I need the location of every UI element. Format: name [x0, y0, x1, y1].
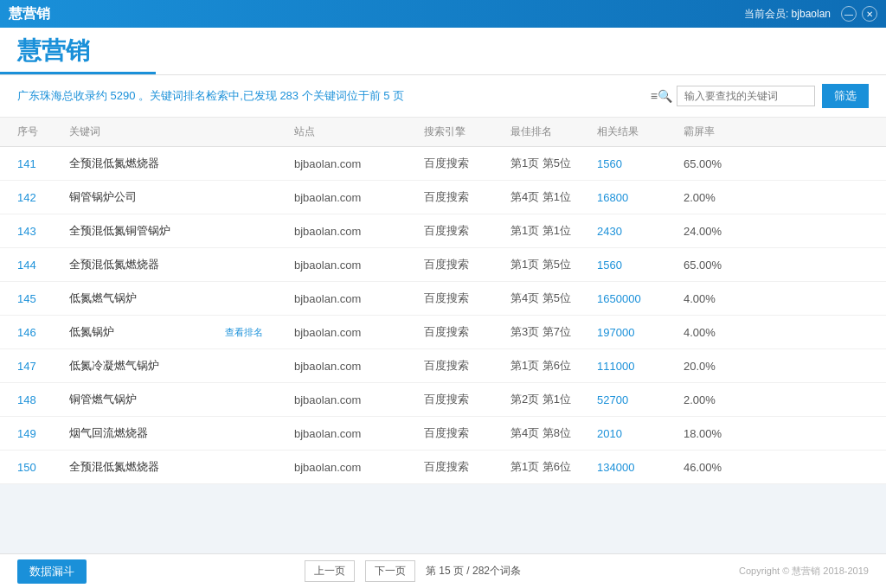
- header-site: 站点: [294, 125, 424, 139]
- header-engine: 搜索引擎: [424, 125, 510, 139]
- cell-dominate: 2.00%: [684, 393, 869, 406]
- cell-dominate: 65.00%: [684, 259, 869, 272]
- cell-related: 1650000: [597, 292, 684, 305]
- cell-site: bjbaolan.com: [294, 326, 424, 339]
- cell-engine: 百度搜索: [424, 392, 510, 407]
- cell-best-rank: 第4页 第8位: [510, 425, 597, 441]
- cell-index: 147: [17, 360, 69, 373]
- pagination: 上一页 下一页 第 15 页 / 282个词条: [305, 560, 521, 582]
- cell-keyword: 全预混低氮燃烧器: [69, 156, 225, 171]
- next-page-button[interactable]: 下一页: [365, 560, 415, 582]
- cell-dominate: 20.0%: [684, 360, 869, 373]
- cell-related: 2430: [597, 225, 684, 238]
- cell-best-rank: 第1页 第5位: [510, 257, 597, 272]
- table-row: 145 低氮燃气锅炉 bjbaolan.com 百度搜索 第4页 第5位 165…: [0, 282, 886, 316]
- page-info: 第 15 页 / 282个词条: [426, 564, 521, 578]
- cell-site: bjbaolan.com: [294, 360, 424, 373]
- titlebar: 慧营销 当前会员: bjbaolan — ✕: [0, 0, 886, 28]
- cell-engine: 百度搜索: [424, 223, 510, 239]
- search-icon: ≡🔍: [651, 89, 672, 103]
- cell-best-rank: 第3页 第7位: [510, 324, 597, 340]
- search-icon-box: ≡🔍: [651, 86, 815, 106]
- cell-dominate: 46.00%: [684, 461, 869, 474]
- user-label: 当前会员: bjbaolan: [744, 7, 831, 22]
- cell-keyword: 低氮冷凝燃气锅炉: [69, 358, 225, 374]
- cell-site: bjbaolan.com: [294, 191, 424, 204]
- summary-highlight: 283 个关键词位于前 5 页: [279, 89, 404, 102]
- header-related: 相关结果: [597, 125, 684, 139]
- cell-site: bjbaolan.com: [294, 427, 424, 440]
- cell-best-rank: 第1页 第6位: [510, 459, 597, 475]
- summary-prefix: 广东珠海总收录约 5290 。关键词排名检索中,已发现: [17, 89, 279, 102]
- cell-index: 142: [17, 191, 69, 204]
- app-logo-title: 慧营销: [9, 5, 50, 23]
- cell-dominate: 65.00%: [684, 157, 869, 170]
- header-keyword: 关键词: [69, 125, 225, 139]
- cell-index: 146: [17, 326, 69, 339]
- table-row: 146 低氮锅炉 查看排名 bjbaolan.com 百度搜索 第3页 第7位 …: [0, 316, 886, 349]
- cell-engine: 百度搜索: [424, 324, 510, 340]
- table-row: 150 全预混低氮燃烧器 bjbaolan.com 百度搜索 第1页 第6位 1…: [0, 451, 886, 484]
- cell-engine: 百度搜索: [424, 459, 510, 475]
- cell-keyword: 全预混低氮燃烧器: [69, 459, 225, 475]
- cell-dominate: 2.00%: [684, 191, 869, 204]
- cell-keyword: 铜管燃气锅炉: [69, 392, 225, 407]
- cell-related: 16800: [597, 191, 684, 204]
- close-button[interactable]: ✕: [862, 6, 877, 22]
- cell-engine: 百度搜索: [424, 156, 510, 171]
- header-index: 序号: [17, 125, 69, 139]
- cell-site: bjbaolan.com: [294, 292, 424, 305]
- cell-site: bjbaolan.com: [294, 461, 424, 474]
- app-logo-text: 慧营销: [17, 35, 90, 67]
- copyright: Copyright © 慧营销 2018-2019: [739, 565, 869, 578]
- cell-index: 148: [17, 393, 69, 406]
- cell-index: 145: [17, 292, 69, 305]
- app-title: 慧营销: [9, 6, 50, 21]
- cell-related: 134000: [597, 461, 684, 474]
- cell-index: 143: [17, 225, 69, 238]
- filter-button[interactable]: 筛选: [822, 84, 869, 108]
- cell-best-rank: 第4页 第5位: [510, 291, 597, 306]
- keyword-search-input[interactable]: [677, 86, 815, 106]
- search-filter-area: ≡🔍 筛选: [651, 84, 869, 108]
- cell-site: bjbaolan.com: [294, 225, 424, 238]
- cell-index: 150: [17, 461, 69, 474]
- header-dominate: 霸屏率: [684, 125, 869, 139]
- cell-action[interactable]: 查看排名: [225, 326, 294, 339]
- cell-keyword: 铜管锅炉公司: [69, 189, 225, 205]
- table-row: 148 铜管燃气锅炉 bjbaolan.com 百度搜索 第2页 第1位 527…: [0, 383, 886, 417]
- table-header: 序号 关键词 站点 搜索引擎 最佳排名 相关结果 霸屏率: [0, 118, 886, 147]
- cell-best-rank: 第1页 第1位: [510, 223, 597, 239]
- cell-index: 149: [17, 427, 69, 440]
- cell-dominate: 4.00%: [684, 326, 869, 339]
- cell-site: bjbaolan.com: [294, 393, 424, 406]
- header-best-rank: 最佳排名: [510, 125, 597, 139]
- table-body: 141 全预混低氮燃烧器 bjbaolan.com 百度搜索 第1页 第5位 1…: [0, 147, 886, 484]
- footer: 数据漏斗 上一页 下一页 第 15 页 / 282个词条 Copyright ©…: [0, 553, 886, 588]
- cell-index: 144: [17, 259, 69, 272]
- cell-dominate: 24.00%: [684, 225, 869, 238]
- data-funnel-button[interactable]: 数据漏斗: [17, 559, 87, 584]
- cell-index: 141: [17, 157, 69, 170]
- cell-keyword: 低氮锅炉: [69, 324, 225, 340]
- cell-engine: 百度搜索: [424, 358, 510, 374]
- cell-best-rank: 第2页 第1位: [510, 392, 597, 407]
- table-row: 147 低氮冷凝燃气锅炉 bjbaolan.com 百度搜索 第1页 第6位 1…: [0, 349, 886, 383]
- cell-engine: 百度搜索: [424, 291, 510, 306]
- header-action: [225, 125, 294, 139]
- cell-related: 1560: [597, 157, 684, 170]
- cell-engine: 百度搜索: [424, 257, 510, 272]
- summary-bar: 广东珠海总收录约 5290 。关键词排名检索中,已发现 283 个关键词位于前 …: [0, 75, 886, 118]
- cell-related: 111000: [597, 360, 684, 373]
- minimize-button[interactable]: —: [841, 6, 857, 22]
- table-row: 149 烟气回流燃烧器 bjbaolan.com 百度搜索 第4页 第8位 20…: [0, 417, 886, 451]
- cell-keyword: 全预混低氮燃烧器: [69, 257, 225, 272]
- table-row: 141 全预混低氮燃烧器 bjbaolan.com 百度搜索 第1页 第5位 1…: [0, 147, 886, 181]
- main-table: 序号 关键词 站点 搜索引擎 最佳排名 相关结果 霸屏率 141 全预混低氮燃烧…: [0, 118, 886, 484]
- table-row: 142 铜管锅炉公司 bjbaolan.com 百度搜索 第4页 第1位 168…: [0, 181, 886, 214]
- table-row: 144 全预混低氮燃烧器 bjbaolan.com 百度搜索 第1页 第5位 1…: [0, 248, 886, 282]
- prev-page-button[interactable]: 上一页: [305, 560, 355, 582]
- cell-related: 2010: [597, 427, 684, 440]
- cell-site: bjbaolan.com: [294, 157, 424, 170]
- cell-keyword: 全预混低氮铜管锅炉: [69, 223, 225, 239]
